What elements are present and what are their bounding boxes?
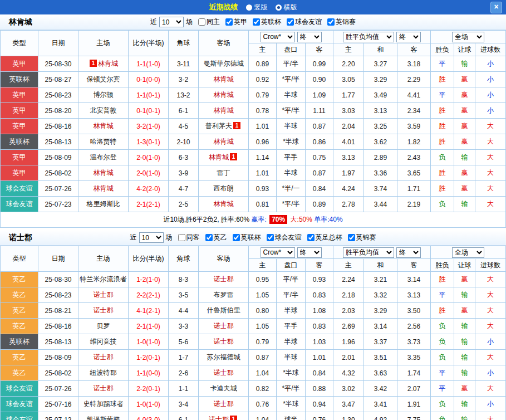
avg-draw-odds: 3.42	[364, 381, 397, 397]
result-goals: 大	[475, 303, 506, 319]
filter-checkbox[interactable]: 英锦赛	[327, 17, 356, 27]
match-count-select[interactable]: 10	[159, 17, 184, 27]
checkbox-input[interactable]	[225, 18, 233, 26]
filter-checkbox[interactable]: 同主	[198, 17, 220, 27]
checkbox-label: 球会友谊	[295, 17, 322, 27]
checkbox-input[interactable]	[267, 234, 274, 241]
match-row: 英乙 25-08-23 诺士郡 2-2(2-1) 3-5 布罗雷 1.05 平/…	[1, 287, 506, 303]
ah-line: 半球	[277, 119, 306, 134]
team-name: 雷丁	[217, 169, 230, 177]
checkbox-input[interactable]	[287, 18, 294, 26]
result-outcome: 平	[431, 287, 454, 303]
filter-checkbox[interactable]: 英锦赛	[348, 233, 376, 242]
corner-count: 4-5	[169, 119, 199, 134]
avg-draw-odds: 2.89	[364, 150, 397, 165]
odds-company-select[interactable]: Crow*	[261, 247, 295, 258]
odds-final-select[interactable]: 终	[297, 32, 322, 42]
filter-checkbox[interactable]: 球会友谊	[267, 233, 302, 242]
result-handicap: 赢	[454, 103, 475, 119]
ah-line: *半球	[277, 365, 306, 381]
filter-checkbox[interactable]: 同客	[178, 233, 200, 242]
avg-draw-odds: 3.14	[364, 319, 397, 334]
ah-home-odds: 0.89	[249, 56, 277, 72]
checkbox-input[interactable]	[233, 234, 240, 241]
ah-away-odds: 0.83	[306, 319, 333, 334]
team-section: 林肯城 近 10 场 同主 英甲 英联杯 球会友谊 英锦赛类型日期主场比分(半场…	[0, 14, 506, 228]
ah-home-odds: 1.04	[249, 365, 277, 381]
ah-home-odds: 0.96	[249, 134, 277, 150]
league-badge: 英乙	[1, 365, 38, 381]
result-handicap: 输	[454, 334, 475, 350]
avg-odds-select[interactable]: 胜平负均值	[343, 32, 394, 42]
close-button[interactable]: ×	[490, 2, 502, 13]
ah-line: 半球	[277, 303, 306, 319]
avg-odds-select[interactable]: 胜平负均值	[343, 247, 394, 258]
layout-radio-vertical[interactable]: 竖版	[246, 3, 268, 12]
ah-line: 半球	[277, 334, 306, 350]
avg-home-odds: 2.04	[333, 119, 364, 134]
team-name: 林肯城	[214, 200, 234, 208]
filter-checkbox[interactable]: 英乙	[205, 233, 227, 242]
avg-home-odds: 4.32	[333, 365, 364, 381]
column-header: 角球	[169, 246, 199, 272]
home-team-cell: 特兰米尔流浪者	[78, 272, 129, 287]
checkbox-input[interactable]	[253, 18, 260, 26]
filter-checkbox[interactable]: 球会友谊	[287, 17, 322, 27]
match-row: 英联杯 25-08-13 哈洛贾特 1-3(0-1) 2-10 林肯城 0.96…	[1, 134, 506, 150]
column-header: 类型	[1, 31, 38, 56]
avg-draw-odds: 3.51	[364, 350, 397, 365]
away-team-cell: 普利茅夫1	[199, 119, 249, 134]
checkbox-input[interactable]	[178, 234, 185, 241]
team-name: 贝罗	[97, 322, 110, 330]
filter-checkbox[interactable]: 英甲	[225, 17, 247, 27]
team-name: 温布尔登	[90, 153, 117, 161]
column-header: 主场	[78, 31, 129, 56]
match-date: 25-08-02	[38, 365, 78, 381]
avg-away-odds: 1.71	[397, 181, 431, 197]
match-count-select[interactable]: 10	[139, 232, 164, 243]
odds-final-select[interactable]: 终	[297, 247, 322, 258]
layout-radio-horizontal[interactable]: 横版	[276, 3, 297, 12]
home-team-cell: 诺士郡	[78, 303, 129, 319]
corner-count: 1-1	[169, 381, 199, 397]
period-select[interactable]: 全场	[452, 247, 484, 258]
checkbox-input[interactable]	[205, 234, 213, 241]
checkbox-input[interactable]	[198, 18, 205, 26]
avg-final-select[interactable]: 终	[396, 247, 421, 258]
match-date: 25-08-23	[38, 87, 78, 103]
match-row: 英乙 25-08-21 诺士郡 4-1(2-1) 4-4 什鲁斯伯里 0.80 …	[1, 303, 506, 319]
checkbox-input[interactable]	[327, 18, 335, 26]
ah-away-odds: 0.75	[306, 150, 333, 165]
red-card-badge: 1	[233, 122, 240, 129]
result-goals: 大	[475, 412, 506, 420]
result-outcome: 负	[431, 412, 454, 420]
match-score: 1-1(1-0)	[129, 56, 169, 72]
header-select-group: Crow*终	[249, 31, 333, 43]
filter-checkbox[interactable]: 英联杯	[253, 17, 281, 27]
avg-final-select[interactable]: 终	[396, 32, 421, 42]
filter-checkbox[interactable]: 英联杯	[233, 233, 261, 242]
result-outcome: 负	[431, 334, 454, 350]
odds-company-select[interactable]: Crow*	[261, 32, 295, 42]
avg-home-odds: 2.20	[333, 56, 364, 72]
filter-checkbox[interactable]: 英足总杯	[307, 233, 342, 242]
avg-away-odds: 3.73	[397, 334, 431, 350]
avg-draw-odds: 3.29	[364, 72, 397, 87]
column-subheader: 客	[306, 43, 333, 56]
match-score: 2-2(0-1)	[129, 381, 169, 397]
result-goals: 大	[475, 150, 506, 165]
match-date: 25-07-23	[38, 197, 78, 212]
ah-home-odds: 1.05	[249, 287, 277, 303]
match-date: 25-08-13	[38, 134, 78, 150]
column-subheader: 客	[397, 43, 431, 56]
checkbox-input[interactable]	[307, 234, 315, 241]
column-header: 日期	[38, 31, 78, 56]
match-score: 1-0(1-0)	[129, 334, 169, 350]
match-score: 2-1(2-1)	[129, 197, 169, 212]
result-goals: 小	[475, 72, 506, 87]
checkbox-input[interactable]	[348, 234, 355, 241]
column-subheader: 进球数	[475, 259, 506, 272]
period-select[interactable]: 全场	[452, 32, 484, 42]
team-name: 诺士郡	[94, 291, 114, 299]
avg-draw-odds: 3.41	[364, 397, 397, 412]
